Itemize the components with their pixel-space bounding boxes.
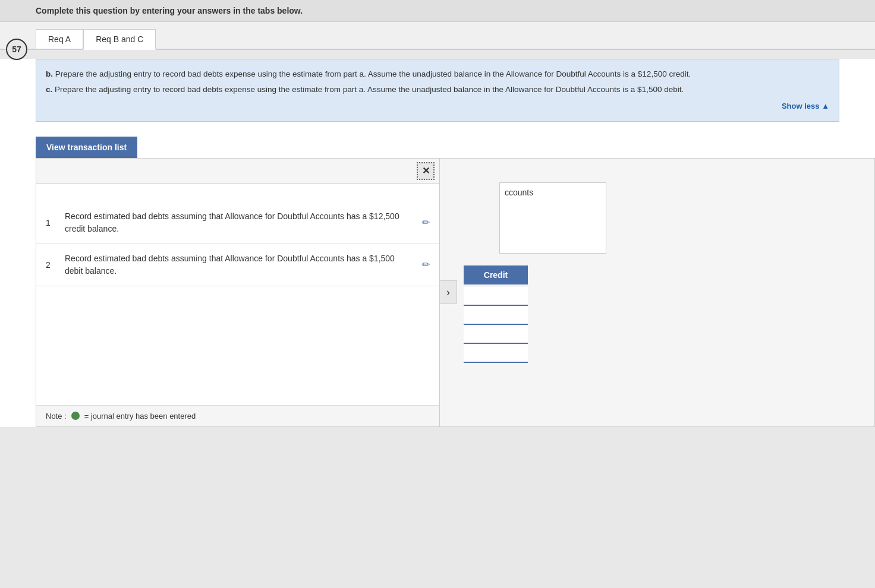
item-number-2: 2 (46, 260, 58, 270)
item-text-2: Record estimated bad debts assuming that… (65, 252, 415, 277)
credit-row-4[interactable] (464, 344, 528, 363)
arrow-icon: › (446, 286, 450, 299)
edit-icon-1[interactable]: ✏ (422, 217, 430, 228)
transaction-panel: ✕ 1 Record estimated bad debts assuming … (36, 158, 440, 427)
spacer-top (36, 184, 439, 202)
close-icon: ✕ (422, 165, 430, 176)
journal-accounts-area: ccounts (440, 159, 874, 254)
credit-rows (464, 287, 874, 363)
credit-row-1[interactable] (464, 287, 528, 306)
show-less-arrow-icon: ▲ (822, 100, 829, 113)
part-c-label: c. (46, 85, 52, 94)
content-area: b. Prepare the adjusting entry to record… (0, 59, 875, 427)
accounts-input-box[interactable]: ccounts (499, 182, 606, 254)
transaction-empty-area (36, 286, 439, 405)
tab-req-b-c[interactable]: Req B and C (83, 29, 156, 50)
credit-label: Credit (464, 265, 528, 284)
info-box: b. Prepare the adjusting entry to record… (36, 59, 839, 122)
note-label: Note : (46, 412, 67, 421)
question-number: 57 (6, 39, 27, 60)
transaction-item-1: 1 Record estimated bad debts assuming th… (36, 202, 439, 244)
instruction-bar: Complete this question by entering your … (0, 0, 875, 22)
credit-row-2[interactable] (464, 306, 528, 325)
item-number-1: 1 (46, 218, 58, 227)
next-arrow-button[interactable]: › (439, 280, 457, 304)
item-text-1: Record estimated bad debts assuming that… (65, 210, 415, 235)
panels-container: ✕ 1 Record estimated bad debts assuming … (36, 158, 875, 427)
credit-row-3[interactable] (464, 325, 528, 344)
transaction-item-2: 2 Record estimated bad debts assuming th… (36, 244, 439, 286)
transaction-panel-header: ✕ (36, 159, 439, 184)
show-less-link[interactable]: Show less ▲ (46, 100, 829, 113)
tab-req-a[interactable]: Req A (36, 29, 83, 49)
transaction-note: Note : = journal entry has been entered (36, 405, 439, 426)
part-b-label: b. (46, 69, 53, 78)
journal-panel: › ccounts Credit (440, 158, 875, 427)
note-text: = journal entry has been entered (84, 412, 196, 421)
tabs-container: Req A Req B and C (0, 22, 875, 50)
edit-icon-2[interactable]: ✏ (422, 259, 430, 270)
part-b-text: b. Prepare the adjusting entry to record… (46, 68, 829, 81)
page-wrapper: Complete this question by entering your … (0, 0, 875, 588)
part-c-text: c. Prepare the adjusting entry to record… (46, 83, 829, 96)
credit-header-area: Credit (464, 265, 874, 284)
view-transaction-button[interactable]: View transaction list (36, 137, 137, 158)
instruction-text: Complete this question by entering your … (36, 6, 863, 15)
accounts-text: ccounts (505, 188, 533, 197)
green-circle-icon (71, 412, 80, 420)
close-button[interactable]: ✕ (417, 162, 435, 180)
